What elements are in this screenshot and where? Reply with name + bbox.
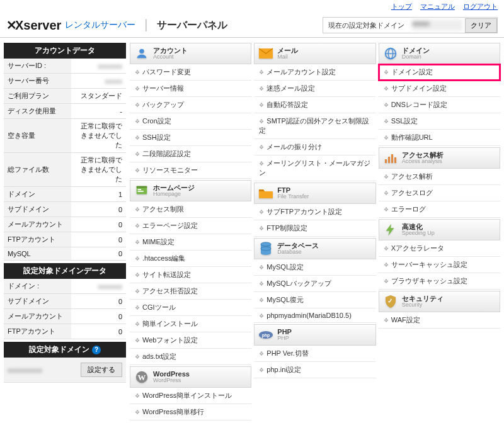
svg-text:W: W bbox=[138, 373, 146, 382]
current-domain-value: xxxxx bbox=[412, 20, 462, 31]
menu-item[interactable]: アクセスログ bbox=[379, 185, 500, 201]
column-1: アカウントAccountパスワード変更サーバー情報バックアップCron設定SSH… bbox=[130, 43, 251, 422]
row-key: メールアカウント bbox=[4, 217, 71, 232]
category-header: 高速化Speeding Up bbox=[379, 219, 500, 240]
menu-item[interactable]: WAF設定 bbox=[379, 312, 500, 329]
clear-button[interactable]: クリア bbox=[465, 18, 497, 33]
security-icon bbox=[383, 295, 398, 308]
menu-item[interactable]: php.ini設定 bbox=[254, 362, 375, 378]
menu-item[interactable]: Webフォント設定 bbox=[130, 332, 251, 349]
menu-item[interactable]: アクセス解析 bbox=[379, 169, 500, 185]
header: ✕Xserver レンタルサーバー │ サーバーパネル 現在の設定対象ドメイン … bbox=[0, 13, 504, 38]
row-value: 1 bbox=[71, 187, 126, 202]
menu-item[interactable]: 迷惑メール設定 bbox=[254, 81, 375, 97]
menu-item[interactable]: Cron設定 bbox=[130, 113, 251, 130]
help-icon[interactable]: ? bbox=[92, 346, 101, 354]
category-subtitle: WordPress bbox=[153, 378, 190, 384]
menu-item[interactable]: FTP制限設定 bbox=[254, 220, 375, 237]
category-subtitle: Account bbox=[153, 54, 188, 60]
main-panel: アカウントAccountパスワード変更サーバー情報バックアップCron設定SSH… bbox=[130, 43, 500, 422]
menu-item[interactable]: phpmyadmin(MariaDB10.5) bbox=[254, 308, 375, 323]
menu-item[interactable]: 動作確認URL bbox=[379, 130, 500, 146]
menu-item[interactable]: DNSレコード設定 bbox=[379, 97, 500, 113]
svg-point-0 bbox=[139, 49, 144, 54]
menu-item[interactable]: WordPress簡単インストール bbox=[130, 388, 251, 404]
menu-item[interactable]: サブFTPアカウント設定 bbox=[254, 204, 375, 220]
table-row: ドメイン :xxxxxxx bbox=[4, 279, 126, 294]
menu-item[interactable]: MySQL復元 bbox=[254, 292, 375, 308]
row-value: - bbox=[71, 104, 126, 119]
sidebar-target-header: 設定対象ドメインデータ bbox=[4, 263, 126, 279]
database-icon bbox=[258, 242, 273, 256]
menu-item[interactable]: PHP Ver.切替 bbox=[254, 346, 375, 362]
menu-item[interactable]: サブドメイン設定 bbox=[379, 81, 500, 97]
set-domain-header: 設定対象ドメイン ? bbox=[4, 342, 126, 358]
menu-item[interactable]: CGIツール bbox=[130, 300, 251, 316]
access-icon bbox=[383, 151, 398, 165]
table-row: サブドメイン0 bbox=[4, 294, 126, 309]
menu-item[interactable]: アクセス拒否設定 bbox=[130, 283, 251, 300]
svg-rect-17 bbox=[388, 157, 390, 163]
menu-item[interactable]: ads.txt設定 bbox=[130, 349, 251, 365]
category-subtitle: Database bbox=[277, 249, 319, 256]
menu-item[interactable]: ブラウザキャッシュ設定 bbox=[379, 273, 500, 290]
account-data-table: サーバーID :xxxxxxxサーバー番号xxxxxご利用プランスタンダードディ… bbox=[4, 59, 126, 261]
menu-item[interactable]: MIME設定 bbox=[130, 234, 251, 251]
row-key: ご利用プラン bbox=[4, 89, 71, 104]
nav-manual-link[interactable]: マニュアル bbox=[420, 3, 455, 10]
row-value: 0 bbox=[71, 217, 126, 232]
category-subtitle: Domain bbox=[402, 54, 430, 60]
menu-item[interactable]: MySQLバックアップ bbox=[254, 276, 375, 292]
menu-item[interactable]: Xアクセラレータ bbox=[379, 240, 500, 257]
menu-item[interactable]: バックアップ bbox=[130, 97, 251, 113]
category-header: データベースDatabase bbox=[254, 238, 375, 259]
menu-item[interactable]: MySQL設定 bbox=[254, 259, 375, 276]
menu-item[interactable]: .htaccess編集 bbox=[130, 251, 251, 267]
row-key: サブドメイン bbox=[4, 294, 71, 309]
menu-item[interactable]: アクセス制限 bbox=[130, 201, 251, 218]
row-value: 0 bbox=[71, 324, 126, 339]
set-domain-button[interactable]: 設定する bbox=[81, 363, 122, 377]
category-database: データベースDatabaseMySQL設定MySQLバックアップMySQL復元p… bbox=[254, 238, 375, 323]
account-icon bbox=[134, 47, 149, 60]
row-key: FTPアカウント bbox=[4, 324, 71, 339]
table-row: FTPアカウント0 bbox=[4, 324, 126, 339]
nav-top-link[interactable]: トップ bbox=[391, 3, 412, 10]
row-value: xxxxx bbox=[71, 74, 126, 89]
category-subtitle: File Transfer bbox=[277, 194, 309, 200]
menu-item[interactable]: 自動応答設定 bbox=[254, 97, 375, 113]
row-key: サブドメイン bbox=[4, 202, 71, 217]
menu-item[interactable]: SMTP認証の国外アクセス制限設定 bbox=[254, 113, 375, 139]
table-row: FTPアカウント0 bbox=[4, 232, 126, 247]
category-header: アカウントAccount bbox=[130, 43, 251, 64]
category-header: アクセス解析Access analysis bbox=[379, 147, 500, 169]
menu-item[interactable]: エラーログ bbox=[379, 201, 500, 218]
menu-item[interactable]: ドメイン設定 bbox=[379, 64, 500, 81]
menu-item[interactable]: 二段階認証設定 bbox=[130, 146, 251, 162]
menu-item[interactable]: サーバー情報 bbox=[130, 81, 251, 97]
menu-item[interactable]: SSL設定 bbox=[379, 113, 500, 130]
menu-item[interactable]: メーリングリスト・メールマガジン bbox=[254, 155, 375, 181]
menu-item[interactable]: メールアカウント設定 bbox=[254, 64, 375, 81]
menu-item[interactable]: WordPress簡単移行 bbox=[130, 404, 251, 420]
table-row: サーバーID :xxxxxxx bbox=[4, 59, 126, 74]
menu-item[interactable]: サイト転送設定 bbox=[130, 267, 251, 283]
menu-item[interactable]: エラーページ設定 bbox=[130, 218, 251, 234]
category-php: phpPHPPHPPHP Ver.切替php.ini設定 bbox=[254, 324, 375, 378]
top-nav: トップ マニュアル ログアウト bbox=[0, 0, 504, 13]
category-speed: 高速化Speeding UpXアクセラレータサーバーキャッシュ設定ブラウザキャッ… bbox=[379, 219, 500, 290]
row-value: xxxxxxx bbox=[71, 279, 126, 294]
category-subtitle: Security bbox=[402, 302, 444, 308]
menu-item[interactable]: メールの振り分け bbox=[254, 139, 375, 155]
menu-item[interactable]: SSH設定 bbox=[130, 130, 251, 146]
domain-icon bbox=[383, 47, 398, 60]
menu-item[interactable]: 簡単インストール bbox=[130, 316, 251, 332]
category-account: アカウントAccountパスワード変更サーバー情報バックアップCron設定SSH… bbox=[130, 43, 251, 179]
ftp-icon bbox=[258, 186, 273, 200]
menu-item[interactable]: パスワード変更 bbox=[130, 64, 251, 81]
table-row: メールアカウント0 bbox=[4, 217, 126, 232]
menu-item[interactable]: リソースモニター bbox=[130, 162, 251, 179]
category-header: WWordPressWordPress bbox=[130, 366, 251, 388]
nav-logout-link[interactable]: ログアウト bbox=[463, 3, 498, 10]
menu-item[interactable]: サーバーキャッシュ設定 bbox=[379, 257, 500, 273]
